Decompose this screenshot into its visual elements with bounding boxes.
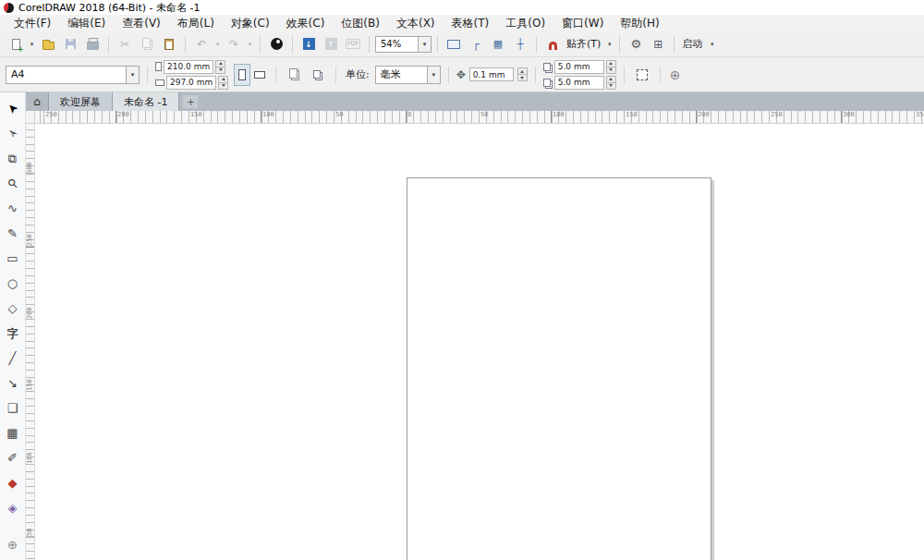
- tab-document[interactable]: 未命名 -1: [113, 92, 179, 111]
- smart-fill-tool[interactable]: ◈: [1, 495, 25, 520]
- zoom-tool[interactable]: ⚲: [1, 171, 25, 196]
- application-launcher-button[interactable]: ⊞: [648, 34, 668, 55]
- page-width-input[interactable]: 210.0 mm: [164, 60, 213, 74]
- step-up-icon[interactable]: [606, 76, 616, 83]
- step-down-icon[interactable]: [215, 67, 225, 74]
- menu-item[interactable]: 工具(O): [497, 16, 553, 31]
- step-up-icon[interactable]: [218, 76, 228, 83]
- page-height-input[interactable]: 297.0 mm: [166, 76, 216, 90]
- ruler-origin-corner[interactable]: [26, 111, 35, 123]
- snap-icon-button[interactable]: [542, 34, 563, 55]
- duplicate-x-input[interactable]: 5.0 mm: [554, 60, 604, 74]
- new-document-caret-icon[interactable]: ▾: [28, 41, 36, 48]
- step-down-icon[interactable]: [606, 83, 616, 90]
- cut-button[interactable]: ✂: [115, 34, 135, 55]
- redo-button[interactable]: ↷: [224, 34, 244, 55]
- undo-history-caret-icon[interactable]: ▾: [213, 41, 222, 48]
- polygon-tool[interactable]: ◇: [1, 296, 25, 321]
- horizontal-ruler[interactable]: 25020015010050050100150200250300350: [35, 111, 924, 123]
- zoom-level-select[interactable]: 54% ▾: [375, 36, 432, 53]
- options-button[interactable]: ⚙: [626, 34, 646, 55]
- redo-history-caret-icon[interactable]: ▾: [246, 41, 254, 48]
- document-page[interactable]: [407, 177, 711, 560]
- portrait-button[interactable]: [234, 64, 250, 86]
- units-select[interactable]: 毫米 ▾: [375, 66, 441, 84]
- page-size-preset-select[interactable]: A4 ▾: [6, 66, 140, 84]
- fullscreen-preview-button[interactable]: [444, 34, 464, 55]
- menu-item[interactable]: 效果(C): [278, 16, 334, 31]
- step-down-icon[interactable]: [606, 67, 616, 74]
- step-up-icon[interactable]: [606, 60, 616, 67]
- menu-item[interactable]: 表格(T): [444, 16, 498, 31]
- connector-tool[interactable]: ↘: [1, 371, 25, 396]
- menu-item[interactable]: 位图(B): [333, 16, 388, 31]
- step-down-icon[interactable]: [517, 75, 528, 81]
- customize-property-bar-button[interactable]: ⊕: [668, 67, 683, 82]
- open-button[interactable]: [38, 34, 58, 55]
- units-caret-icon[interactable]: ▾: [427, 66, 441, 84]
- welcome-home-button[interactable]: ⌂: [26, 92, 48, 111]
- export-button[interactable]: ↑: [321, 34, 341, 55]
- tab-welcome-screen[interactable]: 欢迎屏幕: [48, 92, 113, 111]
- snap-menu-button[interactable]: 贴齐(T) ▾: [565, 37, 614, 51]
- duplicate-y-input[interactable]: 5.0 mm: [554, 76, 604, 90]
- main-area: ➤➢⧉⚲∿✎▭○◇字╱↘❑▦✐◆◈ ⊕ ⌂ 欢迎屏幕 未命名 -1 + 2502…: [0, 92, 924, 560]
- nudge-stepper[interactable]: [517, 67, 528, 81]
- zoom-level-caret-icon[interactable]: ▾: [418, 36, 432, 53]
- customize-toolbox-button[interactable]: ⊕: [1, 534, 25, 554]
- step-down-icon[interactable]: [218, 83, 228, 90]
- all-pages-button[interactable]: [284, 65, 304, 85]
- transparency-tool[interactable]: ▦: [1, 420, 25, 445]
- menu-item[interactable]: 帮助(H): [612, 16, 667, 31]
- launch-button[interactable]: 启动 ▾: [680, 37, 716, 51]
- search-content-button[interactable]: [266, 34, 286, 55]
- current-page-button[interactable]: [308, 65, 328, 85]
- menu-item[interactable]: 布局(L): [169, 16, 223, 31]
- drop-shadow-tool[interactable]: ❑: [1, 396, 25, 420]
- page-height-stepper[interactable]: [218, 76, 228, 90]
- rectangle-tool[interactable]: ▭: [1, 246, 25, 271]
- show-guidelines-button[interactable]: ┼: [510, 34, 530, 55]
- treat-as-filled-button[interactable]: [632, 65, 652, 85]
- text-tool[interactable]: 字: [1, 321, 25, 346]
- page-dimensions-group: 210.0 mm 297.0 mm: [155, 60, 228, 90]
- print-button[interactable]: [82, 34, 103, 55]
- launch-label: 启动: [680, 37, 704, 51]
- artistic-media-tool[interactable]: ✎: [1, 221, 25, 246]
- ruler-label: 50: [335, 112, 343, 118]
- menu-item[interactable]: 编辑(E): [59, 16, 114, 31]
- save-button[interactable]: [60, 34, 80, 55]
- import-button[interactable]: ↓: [298, 34, 319, 55]
- nudge-offset-input[interactable]: 0.1 mm: [469, 67, 514, 81]
- freehand-tool[interactable]: ∿: [1, 196, 25, 221]
- landscape-button[interactable]: [251, 64, 268, 86]
- ellipse-tool[interactable]: ○: [1, 271, 25, 296]
- menu-item[interactable]: 查看(V): [114, 16, 169, 31]
- step-up-icon[interactable]: [215, 60, 225, 67]
- duplicate-x-stepper[interactable]: [606, 60, 616, 74]
- color-eyedropper-tool[interactable]: ✐: [1, 445, 25, 470]
- shape-tool[interactable]: ➢: [1, 121, 25, 146]
- new-tab-button[interactable]: +: [183, 95, 198, 108]
- pick-tool[interactable]: ➤: [1, 96, 25, 121]
- show-grid-button[interactable]: ▦: [488, 34, 508, 55]
- step-up-icon[interactable]: [517, 67, 528, 75]
- page-size-caret-icon[interactable]: ▾: [126, 66, 140, 84]
- interactive-fill-tool[interactable]: ◆: [1, 470, 25, 495]
- crop-tool[interactable]: ⧉: [1, 146, 25, 171]
- show-rulers-button[interactable]: ┌: [466, 34, 486, 55]
- menu-item[interactable]: 文本(X): [388, 16, 444, 31]
- publish-pdf-button[interactable]: PDF: [343, 34, 363, 55]
- menu-item[interactable]: 文件(F): [6, 16, 59, 31]
- paste-button[interactable]: [159, 34, 179, 55]
- menu-item[interactable]: 对象(C): [223, 16, 278, 31]
- vertical-ruler[interactable]: 30025020015010050: [26, 124, 35, 560]
- parallel-dimension-tool[interactable]: ╱: [1, 346, 25, 371]
- copy-button[interactable]: [137, 34, 157, 55]
- duplicate-y-stepper[interactable]: [606, 76, 616, 90]
- page-width-stepper[interactable]: [215, 60, 225, 74]
- new-document-button[interactable]: [6, 34, 26, 55]
- menu-item[interactable]: 窗口(W): [553, 16, 612, 31]
- drawing-canvas[interactable]: [35, 124, 924, 560]
- undo-button[interactable]: ↶: [191, 34, 212, 55]
